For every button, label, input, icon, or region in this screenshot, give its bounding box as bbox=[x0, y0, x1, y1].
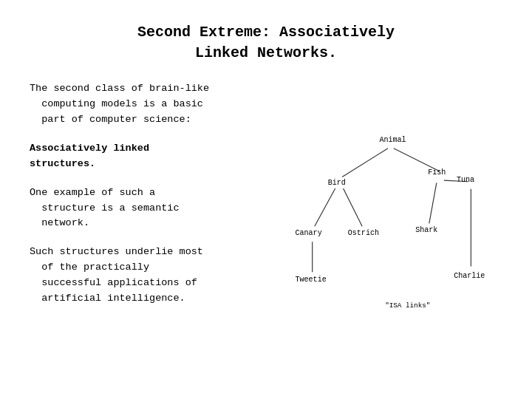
node-bird: Bird bbox=[328, 179, 346, 187]
paragraph-2-bold: Associatively linkedstructures. bbox=[30, 141, 266, 172]
right-diagram-column: Animal Bird Fish Canary Ostrich Shark Tu… bbox=[273, 81, 502, 362]
svg-line-4 bbox=[429, 183, 437, 223]
title-line1: Second Extreme: Associatively bbox=[30, 22, 502, 43]
node-tuna: Tuna bbox=[457, 176, 474, 184]
svg-line-2 bbox=[315, 188, 335, 226]
svg-line-0 bbox=[342, 149, 388, 177]
page: Second Extreme: Associatively Linked Net… bbox=[0, 0, 532, 399]
node-tweetie: Tweetie bbox=[295, 276, 326, 284]
node-animal: Animal bbox=[379, 136, 406, 144]
content-area: The second class of brain-like computing… bbox=[30, 81, 502, 362]
node-ostrich: Ostrich bbox=[348, 229, 379, 237]
node-fish: Fish bbox=[428, 168, 446, 177]
title-line2: Linked Networks. bbox=[30, 43, 502, 64]
paragraph-1: The second class of brain-like computing… bbox=[30, 81, 266, 128]
node-charlie: Charlie bbox=[454, 272, 485, 280]
left-text-column: The second class of brain-like computing… bbox=[30, 81, 266, 362]
svg-line-3 bbox=[344, 188, 363, 226]
tree-diagram-svg: Animal Bird Fish Canary Ostrich Shark Tu… bbox=[273, 81, 502, 362]
paragraph-3: One example of such a structure is a sem… bbox=[30, 185, 266, 232]
page-title: Second Extreme: Associatively Linked Net… bbox=[30, 22, 502, 64]
svg-line-1 bbox=[394, 149, 440, 171]
node-canary: Canary bbox=[295, 229, 321, 237]
node-shark: Shark bbox=[415, 226, 437, 234]
isa-label: "ISA links" bbox=[385, 301, 430, 310]
paragraph-4: Such structures underlie most of the pra… bbox=[30, 245, 266, 307]
